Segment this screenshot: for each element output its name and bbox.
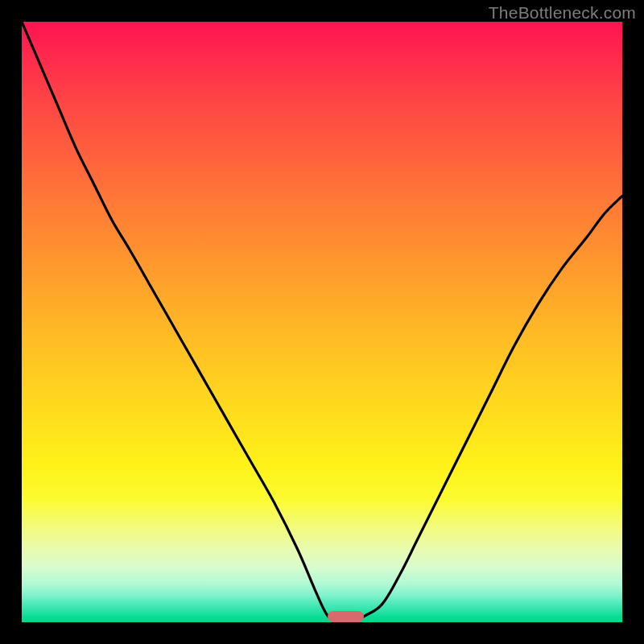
- bottleneck-curve: [22, 22, 622, 622]
- watermark-text: TheBottleneck.com: [489, 3, 636, 23]
- optimal-marker: [328, 611, 364, 622]
- chart-frame: TheBottleneck.com: [0, 0, 644, 644]
- plot-area: [22, 22, 622, 622]
